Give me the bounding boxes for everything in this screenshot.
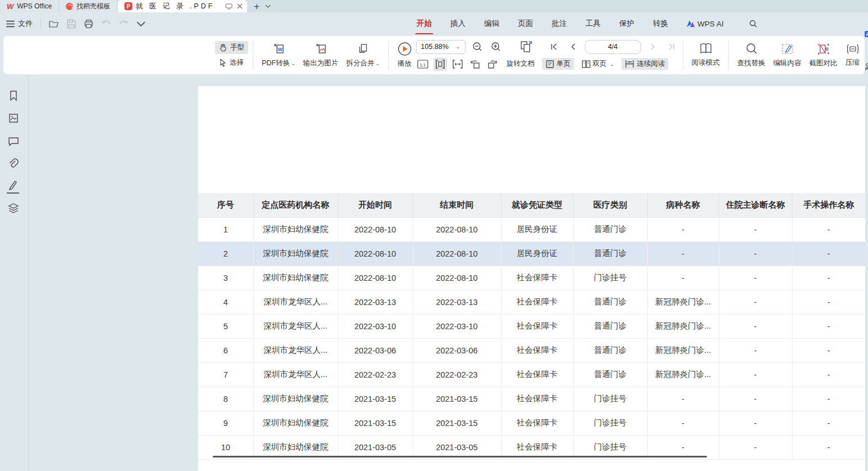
word-translate-icon: A文	[864, 62, 868, 71]
rotate-right-button[interactable]	[486, 57, 499, 71]
table-row: 2深圳市妇幼保健院2022-08-102022-08-10居民身份证普通门诊--…	[198, 241, 865, 266]
table-cell: 2021-03-15	[413, 387, 501, 411]
open-folder-icon[interactable]	[49, 19, 59, 29]
menu-tab-insert[interactable]: 插入	[449, 16, 467, 31]
menu-tab-annotate[interactable]: 批注	[551, 16, 568, 31]
tab-list-chevron-icon[interactable]	[265, 5, 271, 8]
table-cell: 居民身份证	[501, 217, 573, 241]
pdf-convert-button[interactable]: W PDF转换⌄	[258, 41, 299, 69]
pdf-convert-icon: W	[272, 42, 285, 56]
double-page-button[interactable]: 双页⌄	[578, 58, 618, 70]
prev-page-button[interactable]	[566, 40, 580, 53]
menu-tab-home[interactable]: 开始	[415, 16, 433, 31]
compress-button[interactable]: 压缩	[842, 42, 864, 69]
table-cell: -	[792, 338, 865, 362]
save-icon[interactable]	[66, 19, 76, 29]
select-tool-button[interactable]: 选择	[215, 56, 248, 69]
actual-size-button[interactable]: 1:1	[416, 57, 429, 71]
menu-tab-edit[interactable]: 编辑	[483, 16, 500, 31]
comment-icon[interactable]	[8, 136, 19, 147]
document-title: 就 医 记 录 .PDF	[136, 2, 214, 11]
table-cell: -	[719, 217, 792, 241]
table-cell: -	[792, 266, 865, 290]
close-icon[interactable]	[237, 3, 243, 9]
page-replace-button[interactable]	[520, 40, 533, 53]
find-replace-button[interactable]: 查找替换	[733, 41, 769, 69]
rotate-doc-label[interactable]: 旋转文档	[503, 58, 538, 70]
play-icon	[397, 42, 412, 56]
table-cell: 普通门诊	[573, 314, 647, 338]
table-cell: -	[719, 266, 792, 290]
cursor-icon	[219, 59, 227, 67]
tab-docer-templates[interactable]: 找稻壳模板	[59, 0, 118, 12]
zoom-level-select[interactable]: 105.88%⌄	[416, 40, 466, 54]
signature-icon[interactable]	[8, 180, 19, 191]
single-page-button[interactable]: 单页	[542, 58, 574, 70]
table-cell: 居民身份证	[501, 241, 573, 266]
menu-tab-protect[interactable]: 保护	[618, 16, 636, 31]
wps-ai-button[interactable]: WPS AI	[686, 17, 725, 30]
rotate-right-icon	[487, 59, 498, 69]
last-page-button[interactable]	[665, 40, 678, 53]
table-cell: 2022-03-13	[338, 290, 413, 314]
table-cell: 普通门诊	[573, 217, 647, 241]
table-cell: 门诊挂号	[573, 266, 647, 290]
fit-page-icon	[452, 60, 463, 69]
double-page-icon	[581, 60, 590, 69]
edit-content-button[interactable]: 编辑内容	[769, 41, 806, 69]
attachment-icon[interactable]	[8, 158, 19, 169]
print-icon[interactable]	[84, 19, 93, 29]
menu-tab-tools[interactable]: 工具	[584, 16, 602, 31]
hamburger-icon	[6, 19, 15, 29]
zoom-in-button[interactable]	[489, 40, 503, 53]
rotate-left-button[interactable]	[468, 57, 482, 71]
fit-width-icon	[435, 59, 445, 69]
read-mode-button[interactable]: 阅读模式	[688, 42, 724, 69]
layers-icon[interactable]	[8, 203, 19, 214]
ribbon-tabs: 开始 插入 编辑 页面 批注 工具 保护 转换 WPS AI	[415, 12, 757, 35]
full-translate-button[interactable]: A字 全文翻译	[864, 25, 868, 44]
menu-tab-page[interactable]: 页面	[517, 16, 534, 31]
table-cell: 普通门诊	[573, 241, 647, 266]
table-cell: -	[647, 217, 719, 241]
screenshot-compare-button[interactable]: 截图对比	[806, 41, 842, 69]
split-merge-icon	[356, 42, 370, 56]
table-cell: 社会保障卡	[501, 338, 573, 362]
monitor-icon[interactable]	[225, 3, 232, 10]
fit-page-button[interactable]	[451, 57, 464, 71]
menu-tab-convert[interactable]: 转换	[652, 16, 669, 31]
tab-wps-office[interactable]: W WPS Office	[0, 0, 59, 12]
table-cell: 1	[198, 217, 253, 241]
thumbnail-icon[interactable]	[8, 113, 19, 124]
table-cell: 2022-03-06	[338, 338, 413, 362]
column-header: 开始时间	[338, 193, 413, 217]
file-menu-button[interactable]: 文件	[6, 19, 33, 29]
undo-icon[interactable]	[101, 19, 111, 29]
zoom-out-button[interactable]	[471, 40, 484, 53]
tab-document-active[interactable]: P 就 医 记 录 .PDF	[118, 0, 247, 12]
table-horizontal-scrollbar[interactable]	[213, 456, 707, 457]
table-row: 3深圳市妇幼保健院2022-08-102022-08-10社会保障卡门诊挂号--…	[198, 266, 865, 290]
svg-text:1:1: 1:1	[419, 62, 426, 67]
play-button[interactable]: 播放	[393, 41, 416, 70]
bookmark-icon[interactable]	[8, 90, 19, 101]
split-merge-button[interactable]: 拆分合并⌄	[342, 41, 384, 69]
next-page-button[interactable]	[646, 40, 660, 53]
export-image-button[interactable]: 输出为图片	[299, 41, 343, 69]
redo-icon[interactable]	[119, 19, 128, 29]
search-icon[interactable]	[749, 20, 757, 28]
table-cell: 5	[198, 314, 253, 338]
more-chevron-icon[interactable]	[136, 19, 146, 29]
page-replace-icon	[520, 41, 533, 53]
page-indicator[interactable]: 4/4	[585, 40, 641, 54]
table-cell: -	[719, 387, 792, 411]
table-cell: 2	[198, 241, 253, 266]
first-page-button[interactable]	[548, 40, 561, 53]
new-tab-button[interactable]: +	[254, 2, 259, 11]
fit-width-button[interactable]	[433, 57, 447, 71]
table-cell: -	[792, 217, 865, 241]
continuous-read-button[interactable]: 连续阅读	[621, 58, 668, 70]
tab-label: 找稻壳模板	[77, 2, 110, 11]
table-cell: -	[792, 241, 865, 266]
hand-tool-button[interactable]: 手型	[215, 41, 248, 54]
